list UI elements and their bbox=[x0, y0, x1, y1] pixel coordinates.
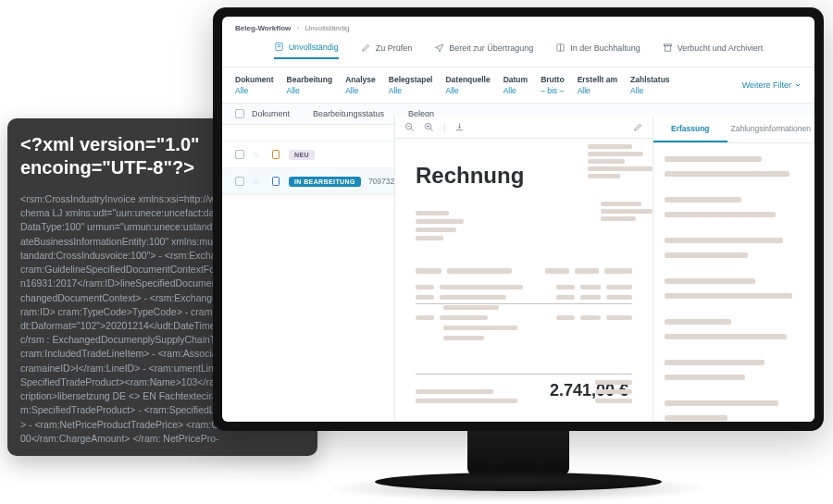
chevron-down-icon bbox=[794, 81, 802, 89]
breadcrumb-current: Unvollständig bbox=[305, 24, 349, 32]
doc-lines-icon bbox=[274, 42, 284, 52]
col-dokument[interactable]: Dokument bbox=[252, 109, 305, 118]
status-badge: IN BEARBEITUNG bbox=[289, 177, 361, 187]
document-preview[interactable]: Rechnung bbox=[395, 139, 653, 422]
svg-rect-7 bbox=[273, 151, 280, 159]
tab-archiv[interactable]: Verbucht und Archiviert bbox=[663, 42, 764, 59]
svg-rect-6 bbox=[665, 46, 670, 52]
filter-dokument[interactable]: DokumentAlle bbox=[235, 75, 274, 95]
filter-brutto[interactable]: Brutto– bis – bbox=[541, 75, 565, 95]
archive-icon bbox=[663, 43, 673, 53]
tab-unvollstaendig[interactable]: Unvollständig bbox=[274, 42, 339, 59]
select-all-checkbox[interactable] bbox=[235, 109, 244, 118]
tab-zahlungsinfo[interactable]: Zahlungsinformationen bbox=[727, 117, 814, 142]
filter-zahlstatus[interactable]: ZahlstatusAlle bbox=[630, 75, 670, 95]
tab-erfassung[interactable]: Erfassung bbox=[653, 117, 727, 142]
svg-line-13 bbox=[430, 129, 433, 131]
status-badge: NEU bbox=[289, 150, 315, 160]
download-icon[interactable] bbox=[454, 122, 465, 132]
star-icon[interactable]: ☆ bbox=[252, 177, 263, 187]
workflow-tabs: Unvollständig Zu Prüfen Bereit zur Übert… bbox=[222, 38, 814, 68]
tab-buchhaltung[interactable]: In der Buchhaltung bbox=[555, 42, 640, 59]
filter-datum[interactable]: DatumAlle bbox=[504, 75, 528, 95]
svg-line-10 bbox=[411, 129, 414, 131]
edit-icon bbox=[361, 43, 371, 53]
details-pane: Erfassung Zahlungsinformationen bbox=[653, 117, 814, 422]
tab-label: Unvollständig bbox=[289, 43, 339, 52]
breadcrumb-sep: › bbox=[297, 24, 300, 32]
beleg-number: 709732 bbox=[368, 177, 394, 186]
document-preview-pane: | Rechnung bbox=[394, 117, 653, 422]
monitor: Beleg-Workflow › Unvollständig Unvollstä… bbox=[213, 7, 824, 502]
filter-belegstapel[interactable]: BelegstapelAlle bbox=[389, 75, 433, 95]
breadcrumb-root[interactable]: Beleg-Workflow bbox=[235, 24, 291, 32]
filter-analyse[interactable]: AnalyseAlle bbox=[345, 75, 376, 95]
filter-bearbeitung[interactable]: BearbeitungAlle bbox=[287, 75, 333, 95]
tab-label: Bereit zur Übertragung bbox=[449, 43, 533, 53]
row-checkbox[interactable] bbox=[235, 150, 244, 159]
preview-toolbar: | bbox=[395, 117, 653, 139]
tab-bereit[interactable]: Bereit zur Übertragung bbox=[434, 42, 533, 59]
zoom-out-icon[interactable] bbox=[404, 122, 415, 132]
filter-erstellt[interactable]: Erstellt amAlle bbox=[578, 75, 617, 95]
tab-zu-pruefen[interactable]: Zu Prüfen bbox=[361, 42, 413, 59]
tab-label: Verbucht und Archiviert bbox=[678, 43, 764, 53]
book-icon bbox=[555, 43, 566, 53]
monitor-stand bbox=[467, 431, 569, 475]
tab-label: In der Buchhaltung bbox=[570, 43, 640, 53]
svg-rect-8 bbox=[273, 178, 280, 186]
star-icon[interactable]: ☆ bbox=[252, 150, 263, 160]
filter-bar: DokumentAlle BearbeitungAlle AnalyseAlle… bbox=[222, 68, 814, 104]
monitor-shadow bbox=[324, 474, 713, 502]
zoom-in-icon[interactable] bbox=[424, 122, 434, 132]
more-filters[interactable]: Weitere Filter bbox=[742, 75, 802, 95]
row-checkbox[interactable] bbox=[235, 177, 244, 186]
edit-icon[interactable] bbox=[633, 122, 643, 132]
tab-label: Zu Prüfen bbox=[376, 43, 413, 53]
breadcrumb: Beleg-Workflow › Unvollständig bbox=[222, 17, 814, 38]
send-icon bbox=[434, 43, 444, 53]
filter-datenquelle[interactable]: DatenquelleAlle bbox=[445, 75, 490, 95]
doc-type-icon bbox=[270, 149, 281, 160]
doc-type-icon bbox=[270, 176, 281, 187]
col-status[interactable]: Bearbeitungsstatus bbox=[313, 109, 401, 118]
